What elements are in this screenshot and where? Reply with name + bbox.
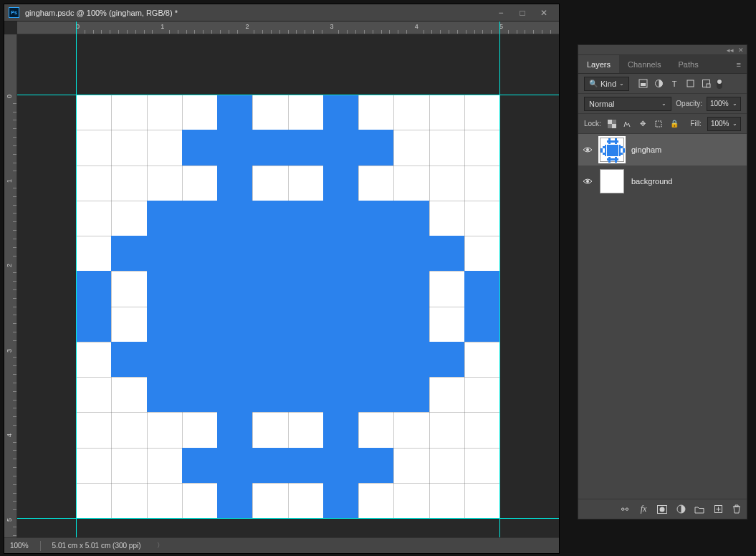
statusbar: 100% 5.01 cm x 5.01 cm (300 ppi) 〉 bbox=[4, 537, 559, 553]
tab-layers[interactable]: Layers bbox=[578, 55, 619, 73]
guide-horizontal-top[interactable] bbox=[17, 95, 559, 95]
svg-point-14 bbox=[660, 507, 665, 512]
lock-all-icon[interactable]: 🔒 bbox=[669, 119, 679, 129]
maximize-button[interactable]: □ bbox=[512, 6, 533, 20]
layer-fx-icon[interactable]: fx bbox=[638, 504, 649, 515]
lock-artboard-icon[interactable] bbox=[654, 119, 664, 129]
opacity-value: 100% bbox=[710, 100, 729, 107]
guide-vertical-right[interactable] bbox=[499, 21, 500, 537]
lock-transparency-icon[interactable] bbox=[607, 119, 617, 129]
guide-vertical-left[interactable] bbox=[76, 21, 77, 537]
document-info[interactable]: 5.01 cm x 5.01 cm (300 ppi) bbox=[52, 542, 141, 550]
lock-image-icon[interactable] bbox=[623, 119, 633, 129]
layer-mask-icon[interactable] bbox=[656, 504, 668, 515]
filter-type-icon[interactable]: T bbox=[669, 79, 679, 89]
ruler-vertical[interactable]: 012345 bbox=[4, 34, 17, 537]
lock-position-icon[interactable]: ✥ bbox=[638, 119, 648, 129]
svg-rect-8 bbox=[612, 120, 616, 124]
adjustment-layer-icon[interactable] bbox=[675, 504, 686, 515]
filter-kind-label: Kind bbox=[601, 80, 616, 88]
layer-row[interactable]: background bbox=[578, 166, 747, 197]
svg-rect-9 bbox=[608, 124, 612, 128]
svg-point-11 bbox=[586, 148, 589, 151]
link-layers-icon[interactable]: ⚯ bbox=[619, 504, 631, 515]
svg-rect-7 bbox=[612, 124, 616, 128]
tab-channels[interactable]: Channels bbox=[619, 55, 669, 73]
filter-pixel-icon[interactable] bbox=[638, 79, 648, 89]
layer-row[interactable]: gingham bbox=[578, 134, 747, 166]
blend-mode-select[interactable]: Normal ⌄ bbox=[584, 97, 671, 111]
svg-point-12 bbox=[586, 180, 589, 183]
new-layer-icon[interactable] bbox=[712, 504, 724, 515]
document-title: gingham.psdc @ 100% (gingham, RGB/8) * bbox=[25, 9, 484, 17]
chevron-down-icon: ⌄ bbox=[661, 100, 666, 107]
panel-topbar: ◂◂ ✕ bbox=[578, 45, 747, 55]
blend-mode-row: Normal ⌄ Opacity: 100% ⌄ bbox=[578, 94, 747, 114]
chevron-down-icon: ⌄ bbox=[619, 80, 624, 87]
fill-value: 100% bbox=[711, 120, 729, 128]
group-icon[interactable] bbox=[694, 504, 705, 515]
lock-row: Lock: ✥ 🔒 Fill: 100% ⌄ bbox=[578, 114, 747, 134]
layer-name-label: gingham bbox=[631, 145, 661, 154]
filter-icons: T bbox=[638, 79, 722, 89]
photoshop-icon: Ps bbox=[9, 7, 19, 18]
filter-kind-select[interactable]: 🔍 Kind ⌄ bbox=[584, 77, 629, 91]
svg-rect-5 bbox=[707, 84, 710, 87]
ruler-horizontal[interactable]: 012345 bbox=[17, 21, 559, 34]
status-chevron-icon[interactable]: 〉 bbox=[157, 541, 163, 550]
close-button[interactable]: ✕ bbox=[533, 6, 555, 20]
panel-menu-icon[interactable]: ≡ bbox=[731, 55, 747, 73]
svg-rect-10 bbox=[656, 121, 661, 127]
layer-filter-row: 🔍 Kind ⌄ T bbox=[578, 74, 747, 94]
panel-close-icon[interactable]: ✕ bbox=[738, 47, 744, 54]
filter-shape-icon[interactable] bbox=[685, 79, 695, 89]
document-body: 012345 012345 100% 5.01 cm x 5.01 cm (30… bbox=[4, 21, 559, 553]
layer-name-label: background bbox=[631, 177, 673, 186]
panel-tabs: Layers Channels Paths ≡ bbox=[578, 55, 747, 74]
opacity-label: Opacity: bbox=[676, 100, 702, 107]
svg-rect-3 bbox=[687, 80, 694, 87]
fill-label: Fill: bbox=[690, 120, 702, 128]
search-icon: 🔍 bbox=[589, 80, 598, 87]
window-buttons: − □ ✕ bbox=[490, 6, 555, 20]
layer-thumbnail[interactable] bbox=[600, 138, 624, 162]
layer-thumbnail[interactable] bbox=[600, 169, 624, 193]
opacity-input[interactable]: 100% ⌄ bbox=[707, 97, 741, 111]
document-window: Ps gingham.psdc @ 100% (gingham, RGB/8) … bbox=[4, 4, 560, 554]
svg-rect-1 bbox=[641, 83, 646, 86]
svg-rect-6 bbox=[608, 120, 612, 124]
canvas-area[interactable] bbox=[17, 34, 559, 537]
zoom-level[interactable]: 100% bbox=[10, 542, 29, 550]
panel-bottom-toolbar: ⚯ fx bbox=[578, 499, 747, 519]
guide-horizontal-bottom[interactable] bbox=[17, 518, 559, 519]
visibility-eye-icon[interactable] bbox=[583, 176, 593, 186]
collapse-icon[interactable]: ◂◂ bbox=[727, 47, 734, 54]
delete-layer-icon[interactable] bbox=[731, 504, 742, 515]
canvas[interactable] bbox=[76, 95, 499, 518]
lock-label: Lock: bbox=[584, 120, 601, 128]
fill-input[interactable]: 100% ⌄ bbox=[707, 117, 741, 131]
tab-paths[interactable]: Paths bbox=[670, 55, 707, 73]
layers-panel: ◂◂ ✕ Layers Channels Paths ≡ 🔍 Kind ⌄ T … bbox=[578, 44, 747, 519]
chevron-down-icon: ⌄ bbox=[732, 100, 737, 107]
filter-toggle-icon[interactable] bbox=[717, 79, 722, 89]
blend-mode-value: Normal bbox=[589, 100, 614, 108]
filter-smartobject-icon[interactable] bbox=[701, 79, 711, 89]
status-separator bbox=[40, 541, 41, 551]
visibility-eye-icon[interactable] bbox=[583, 145, 593, 155]
filter-adjustment-icon[interactable] bbox=[654, 79, 664, 89]
document-titlebar: Ps gingham.psdc @ 100% (gingham, RGB/8) … bbox=[4, 4, 559, 21]
minimize-button[interactable]: − bbox=[490, 6, 512, 20]
layer-list: ginghambackground bbox=[578, 134, 747, 499]
chevron-down-icon: ⌄ bbox=[732, 120, 737, 127]
